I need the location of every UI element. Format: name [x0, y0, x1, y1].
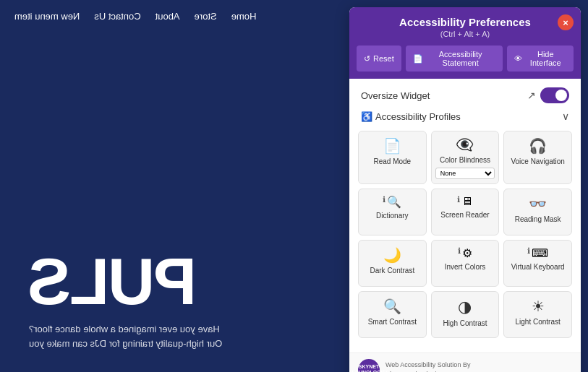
- info-icon: ℹ: [383, 195, 385, 209]
- search-icon: 🔍: [387, 195, 401, 209]
- panel-footer: SKYNET TECHNOLOGIES Web Accessibility So…: [349, 352, 581, 372]
- reset-button[interactable]: ↺ Reset: [357, 46, 401, 72]
- hide-interface-button[interactable]: 👁 Hide Interface: [507, 46, 574, 72]
- accessibility-profiles-label: ♿ Accessibility Profiles: [361, 111, 461, 122]
- company-logo: SKYNET TECHNOLOGIES: [358, 359, 380, 372]
- nav-about[interactable]: About: [155, 11, 180, 22]
- light-contrast-icon: ☀: [532, 298, 545, 315]
- info4-icon: ℹ: [527, 246, 530, 260]
- statement-label: Accessibility Statement: [426, 50, 495, 67]
- feature-dark-contrast[interactable]: 🌙 Dark Contrast: [358, 240, 427, 287]
- profiles-icon: ♿: [361, 111, 372, 122]
- invert-icon: ⚙: [462, 246, 472, 260]
- panel-body: Oversize Widget ↗ ♿ Accessibility Profil…: [349, 79, 581, 352]
- feature-light-contrast[interactable]: ☀ Light Contrast: [503, 291, 572, 338]
- hide-icon: 👁: [514, 54, 522, 63]
- features-grid: 📄 Read Mode 👁‍🗨 Color Blindness None 🎧 V…: [358, 131, 572, 338]
- reading-mask-icon: 👓: [529, 195, 547, 212]
- close-button[interactable]: ×: [558, 14, 574, 30]
- oversize-widget-icon: ↗: [527, 90, 536, 101]
- dark-contrast-icon: 🌙: [383, 246, 401, 264]
- screen-icon: 🖥: [461, 195, 473, 208]
- hero-line2: Our high-quality training for DJs can ma…: [29, 337, 222, 351]
- profiles-chevron: ∨: [562, 111, 569, 122]
- reset-icon: ↺: [364, 54, 370, 64]
- feature-read-mode[interactable]: 📄 Read Mode: [358, 131, 427, 184]
- statement-icon: 📄: [413, 54, 423, 64]
- high-contrast-icon: ◑: [458, 298, 472, 316]
- feature-color-blindness[interactable]: 👁‍🗨 Color Blindness None: [431, 131, 500, 184]
- accessibility-profiles-row[interactable]: ♿ Accessibility Profiles ∨: [358, 111, 572, 122]
- feature-screen-reader[interactable]: ℹ 🖥 Screen Reader: [431, 189, 500, 235]
- feature-smart-contrast[interactable]: 🔍 Smart Contrast: [358, 291, 427, 338]
- screen-reader-label: Screen Reader: [440, 211, 489, 220]
- color-blindness-icon: 👁‍🗨: [456, 136, 474, 153]
- hero-heading: PULS: [29, 249, 197, 314]
- panel-header: Accessibility Preferences (Ctrl + Alt + …: [349, 7, 581, 46]
- info2-icon: ℹ: [457, 195, 460, 208]
- panel-title: Accessibility Preferences: [360, 16, 570, 28]
- voice-navigation-label: Voice Navigation: [511, 157, 565, 166]
- virtual-keyboard-label: Virtual Keyboard: [511, 263, 565, 272]
- keyboard-icons: ℹ ⌨: [527, 246, 548, 260]
- high-contrast-label: High Contrast: [443, 319, 487, 328]
- nav-contact[interactable]: Contact Us: [94, 11, 140, 22]
- feature-dictionary[interactable]: ℹ 🔍 Dictionary: [358, 189, 427, 235]
- feature-invert-colors[interactable]: ℹ ⚙ Invert Colors: [431, 240, 500, 287]
- logo-text: SKYNET TECHNOLOGIES: [349, 364, 389, 372]
- reset-label: Reset: [373, 54, 394, 63]
- feature-voice-navigation[interactable]: 🎧 Voice Navigation: [503, 131, 572, 184]
- footer-text: Web Accessibility Solution By SkynetTech…: [385, 360, 470, 372]
- feature-virtual-keyboard[interactable]: ℹ ⌨ Virtual Keyboard: [503, 240, 572, 287]
- screen-reader-icons: ℹ 🖥: [457, 195, 473, 208]
- footer-line1: Web Accessibility Solution By: [385, 360, 470, 370]
- light-contrast-label: Light Contrast: [516, 318, 561, 326]
- nav-home[interactable]: Home: [231, 11, 257, 22]
- hero-line1: Have you ever imagined a whole dance flo…: [29, 322, 222, 337]
- oversize-widget-toggle[interactable]: [540, 87, 569, 103]
- panel-shortcut: (Ctrl + Alt + A): [360, 30, 570, 38]
- oversize-widget-row: Oversize Widget ↗: [358, 87, 572, 103]
- dark-contrast-label: Dark Contrast: [370, 267, 414, 275]
- smart-contrast-label: Smart Contrast: [368, 318, 417, 326]
- read-mode-label: Read Mode: [373, 157, 411, 166]
- info3-icon: ℹ: [458, 246, 461, 260]
- dictionary-icons: ℹ 🔍: [383, 195, 401, 209]
- feature-high-contrast[interactable]: ◑ High Contrast: [431, 291, 500, 338]
- color-blindness-select[interactable]: None: [435, 168, 495, 179]
- hide-label: Hide Interface: [525, 50, 566, 67]
- nav-new-item[interactable]: New menu item: [14, 11, 80, 22]
- hero-subtext: Have you ever imagined a whole dance flo…: [29, 322, 222, 350]
- color-blindness-label: Color Blindness: [440, 156, 490, 165]
- reading-mask-label: Reading Mask: [515, 215, 561, 224]
- statement-button[interactable]: 📄 Accessibility Statement: [406, 46, 503, 72]
- panel-toolbar: ↺ Reset 📄 Accessibility Statement 👁 Hide…: [349, 46, 581, 79]
- feature-reading-mask[interactable]: 👓 Reading Mask: [503, 189, 572, 235]
- read-mode-icon: 📄: [383, 137, 401, 155]
- dictionary-label: Dictionary: [376, 212, 408, 220]
- smart-contrast-icon: 🔍: [383, 298, 401, 315]
- nav-store[interactable]: Store: [195, 11, 217, 22]
- voice-navigation-icon: 🎧: [529, 137, 547, 155]
- invert-colors-label: Invert Colors: [445, 263, 486, 272]
- oversize-widget-label: Oversize Widget: [361, 90, 430, 101]
- invert-icons: ℹ ⚙: [458, 246, 472, 260]
- accessibility-panel: Accessibility Preferences (Ctrl + Alt + …: [349, 7, 581, 372]
- keyboard-icon: ⌨: [532, 246, 548, 260]
